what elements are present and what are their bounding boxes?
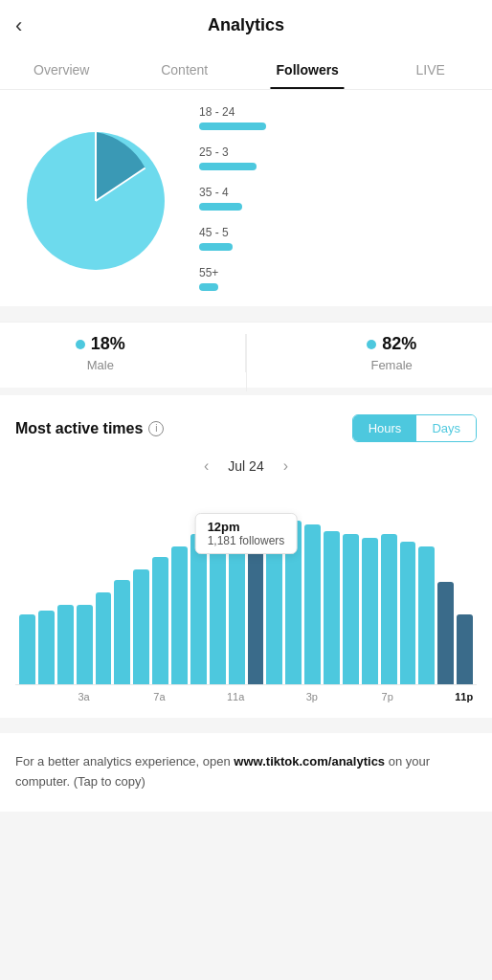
- bar-col: [457, 513, 473, 684]
- age-bars: 18 - 24 25 - 3 35 - 4 45 - 5 55+: [191, 105, 268, 306]
- bar[interactable]: [171, 546, 188, 684]
- tab-bar: Overview Content Followers LIVE: [0, 51, 492, 90]
- x-label: [189, 691, 205, 702]
- bar[interactable]: [152, 557, 168, 684]
- x-label: [417, 691, 434, 702]
- bar[interactable]: [437, 582, 454, 684]
- bar[interactable]: [96, 592, 112, 684]
- male-dot: [76, 340, 85, 349]
- bar[interactable]: [304, 524, 321, 684]
- bar[interactable]: [457, 614, 473, 684]
- bar-chart-wrapper: 12pm 1,181 followers 3a7a11a3p7p11p: [15, 513, 477, 702]
- bar-col: [171, 513, 188, 684]
- bar[interactable]: [133, 569, 149, 684]
- bar-col: [437, 513, 454, 684]
- x-label: [398, 691, 414, 702]
- tooltip-value: 1,181 followers: [208, 534, 285, 547]
- chart-tooltip: 12pm 1,181 followers: [195, 513, 298, 554]
- bar[interactable]: [362, 538, 378, 684]
- tab-followers[interactable]: Followers: [246, 51, 369, 89]
- x-label: [436, 691, 452, 702]
- x-label: [132, 691, 148, 702]
- x-label: [247, 691, 263, 702]
- bar-col: [133, 513, 149, 684]
- hours-toggle[interactable]: Hours: [353, 415, 417, 441]
- current-date: Jul 24: [228, 458, 263, 474]
- bar[interactable]: [418, 546, 435, 684]
- gender-section: 18 - 24 25 - 3 35 - 4 45 - 5 55+: [0, 90, 492, 306]
- age-row-18: 18 - 24: [199, 105, 268, 130]
- tooltip-time: 12pm: [208, 520, 285, 534]
- x-label: [19, 691, 35, 702]
- bar-col: [418, 513, 435, 684]
- tab-live[interactable]: LIVE: [369, 51, 493, 89]
- bar-col: [57, 513, 74, 684]
- x-label: [56, 691, 73, 702]
- date-navigation: ‹ Jul 24 ›: [15, 457, 477, 475]
- footer-link[interactable]: www.tiktok.com/analytics: [234, 754, 385, 768]
- male-percentage: 18%: [91, 334, 125, 354]
- gender-legend: 18% Male 82% Female: [0, 322, 492, 388]
- bar[interactable]: [57, 605, 74, 684]
- bar-col: [381, 513, 397, 684]
- bar[interactable]: [38, 611, 55, 684]
- age-row-45: 45 - 5: [199, 226, 268, 251]
- x-label: [170, 691, 187, 702]
- x-label: [208, 691, 224, 702]
- bar-col: [152, 513, 168, 684]
- bar-col: [304, 513, 321, 684]
- bar[interactable]: [324, 531, 340, 684]
- bar-col: [38, 513, 55, 684]
- tab-content[interactable]: Content: [123, 51, 247, 89]
- days-toggle[interactable]: Days: [416, 415, 476, 441]
- bar-col: [96, 513, 112, 684]
- back-button[interactable]: ‹: [15, 13, 22, 38]
- bar[interactable]: [190, 534, 207, 684]
- section-title: Most active times: [15, 420, 143, 437]
- bar[interactable]: [19, 614, 35, 684]
- x-label: [95, 691, 111, 702]
- footer-divider: [0, 718, 492, 725]
- x-label: [285, 691, 302, 702]
- bar-col: [324, 513, 340, 684]
- bar-col: [400, 513, 416, 684]
- time-toggle: Hours Days: [352, 414, 477, 442]
- age-row-25: 25 - 3: [199, 145, 268, 170]
- x-label: 3a: [76, 691, 92, 702]
- bar[interactable]: [77, 605, 93, 684]
- x-label: 11p: [455, 691, 473, 702]
- x-label: 7a: [151, 691, 168, 702]
- bar[interactable]: [114, 580, 130, 684]
- x-label: 7p: [379, 691, 395, 702]
- footer-note: For a better analytics experience, open …: [0, 733, 492, 812]
- female-percentage: 82%: [382, 334, 416, 354]
- page-title: Analytics: [208, 15, 284, 35]
- x-label: [342, 691, 358, 702]
- x-label: [323, 691, 339, 702]
- x-label: [266, 691, 282, 702]
- bar[interactable]: [343, 534, 359, 684]
- x-label: 11a: [227, 691, 244, 702]
- header: ‹ Analytics: [0, 0, 492, 51]
- tab-overview[interactable]: Overview: [0, 51, 123, 89]
- next-date-button[interactable]: ›: [283, 457, 288, 475]
- x-axis-labels: 3a7a11a3p7p11p: [15, 685, 477, 702]
- bar-col: [77, 513, 93, 684]
- x-label: [38, 691, 55, 702]
- most-active-section: Most active times i Hours Days ‹ Jul 24 …: [0, 395, 492, 718]
- male-stat: 18% Male: [76, 334, 125, 372]
- female-stat: 82% Female: [367, 334, 416, 372]
- bar-col: [343, 513, 359, 684]
- x-label: 3p: [303, 691, 320, 702]
- info-icon[interactable]: i: [148, 421, 164, 436]
- female-label: Female: [370, 358, 412, 372]
- bar[interactable]: [381, 534, 397, 684]
- age-row-35: 35 - 4: [199, 186, 268, 211]
- prev-date-button[interactable]: ‹: [204, 457, 209, 475]
- bar-col: [19, 513, 35, 684]
- male-label: Male: [87, 358, 114, 372]
- x-label: [361, 691, 377, 702]
- bar[interactable]: [400, 542, 416, 684]
- bar-col: [114, 513, 130, 684]
- pie-chart: [0, 105, 191, 297]
